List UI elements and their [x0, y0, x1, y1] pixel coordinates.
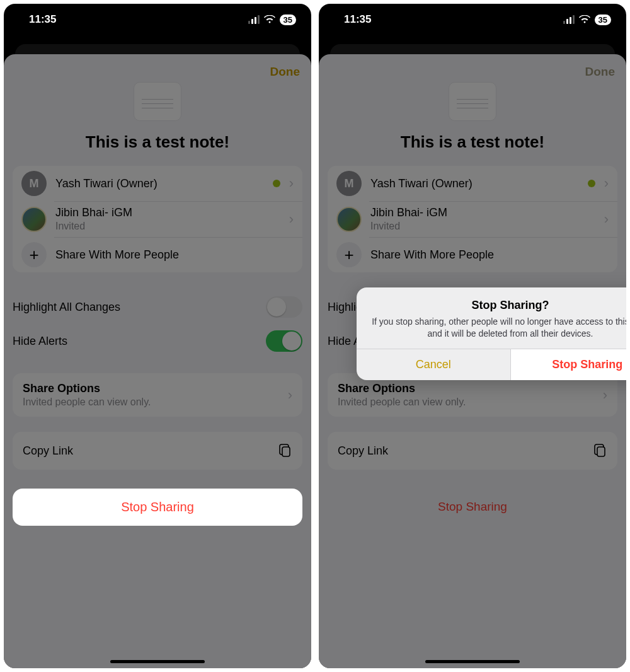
presence-dot-icon: [273, 180, 280, 187]
stop-sharing-alert: Stop Sharing? If you stop sharing, other…: [357, 287, 626, 380]
wifi-icon: [579, 15, 590, 24]
chevron-right-icon: ›: [285, 387, 292, 403]
share-sheet: Done This is a test note! M Yash Tiwari …: [4, 54, 311, 668]
status-time: 11:35: [29, 13, 56, 26]
battery-icon: 35: [595, 14, 611, 25]
plus-icon: +: [21, 242, 47, 267]
owner-name: Yash Tiwari (Owner): [55, 177, 273, 190]
status-bar: 11:35 35: [4, 4, 311, 35]
done-button[interactable]: Done: [270, 65, 301, 79]
share-more-label: Share With More People: [55, 248, 294, 262]
people-card: M Yash Tiwari (Owner) › Jibin Bhai- iGM …: [13, 166, 302, 272]
copy-link-card[interactable]: Copy Link: [13, 432, 302, 470]
invitee-avatar: [21, 207, 47, 232]
status-right: 35: [563, 14, 611, 25]
home-indicator: [110, 660, 205, 663]
note-title: This is a test note!: [4, 132, 311, 152]
hide-alerts-toggle[interactable]: [266, 330, 302, 352]
share-options-card[interactable]: Share Options Invited people can view on…: [13, 373, 302, 417]
svg-rect-0: [282, 447, 290, 456]
copy-link-label: Copy Link: [23, 444, 73, 458]
chevron-right-icon: ›: [287, 175, 294, 192]
hide-alerts-row: Hide Alerts: [13, 324, 302, 358]
cellular-icon: [563, 15, 575, 24]
highlight-changes-label: Highlight All Changes: [13, 301, 120, 314]
alert-confirm-button[interactable]: Stop Sharing: [511, 349, 627, 380]
copy-icon: [278, 443, 292, 458]
owner-avatar: M: [21, 171, 47, 196]
share-options-subtitle: Invited people can view only.: [23, 397, 285, 408]
alert-message: If you stop sharing, other people will n…: [368, 316, 626, 340]
stop-sharing-button[interactable]: Stop Sharing: [13, 489, 302, 526]
hide-alerts-label: Hide Alerts: [13, 335, 67, 348]
battery-icon: 35: [280, 14, 296, 25]
invitee-name: Jibin Bhai- iGM: [55, 206, 287, 219]
cellular-icon: [248, 15, 260, 24]
share-options-title: Share Options: [23, 382, 285, 395]
share-more-row[interactable]: + Share With More People: [13, 237, 302, 272]
note-icon: [134, 82, 181, 121]
status-right: 35: [248, 14, 296, 25]
invitee-row[interactable]: Jibin Bhai- iGM Invited ›: [13, 201, 302, 237]
invitee-status: Invited: [55, 221, 287, 232]
highlight-changes-row: Highlight All Changes: [13, 290, 302, 324]
left-screenshot: 11:35 35 Done This is a test note! M Yas…: [4, 4, 311, 668]
alert-cancel-button[interactable]: Cancel: [357, 349, 511, 380]
highlight-changes-toggle[interactable]: [266, 296, 302, 318]
alert-title: Stop Sharing?: [368, 299, 626, 312]
status-bar: 11:35 35: [319, 4, 626, 35]
right-screenshot: 11:35 35 Done This is a test note! M Yas…: [319, 4, 626, 668]
chevron-right-icon: ›: [287, 211, 294, 228]
owner-row[interactable]: M Yash Tiwari (Owner) ›: [13, 166, 302, 201]
wifi-icon: [264, 15, 275, 24]
status-time: 11:35: [344, 13, 371, 26]
settings-group: Highlight All Changes Hide Alerts: [13, 290, 302, 358]
